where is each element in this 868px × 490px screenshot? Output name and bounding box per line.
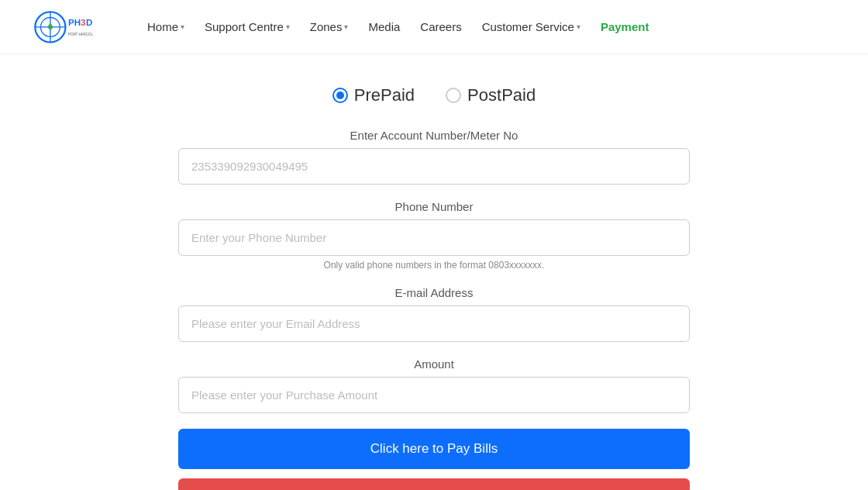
navbar: PH 3 D PORT HARCOURT ELECTRICITY Home ▾ … <box>0 0 868 54</box>
svg-text:PH: PH <box>68 18 81 27</box>
nav-customer-service-label: Customer Service <box>482 20 574 33</box>
token-button[interactable]: Click here if you did not get token afte… <box>178 478 690 490</box>
main-content: PrePaid PostPaid Enter Account Number/Me… <box>163 85 705 490</box>
prepaid-label: PrePaid <box>354 85 415 105</box>
prepaid-radio[interactable] <box>332 88 348 103</box>
nav-customer-service-chevron: ▾ <box>577 22 580 31</box>
nav-support-chevron: ▾ <box>286 22 290 31</box>
pay-button[interactable]: Click here to Pay Bills <box>178 429 690 469</box>
amount-input[interactable] <box>178 377 690 413</box>
prepaid-option[interactable]: PrePaid <box>332 85 415 105</box>
amount-label: Amount <box>178 357 690 371</box>
svg-text:D: D <box>86 18 92 27</box>
postpaid-radio[interactable] <box>446 88 461 103</box>
account-input[interactable] <box>178 148 690 185</box>
payment-type-selector: PrePaid PostPaid <box>178 85 690 105</box>
account-label: Enter Account Number/Meter No <box>178 129 690 142</box>
nav-payment-label: Payment <box>601 20 649 33</box>
nav-support-label: Support Centre <box>205 20 284 33</box>
nav-media-label: Media <box>368 20 400 33</box>
nav-item-customer-service[interactable]: Customer Service ▾ <box>474 16 588 38</box>
email-input[interactable] <box>178 305 690 342</box>
nav-home-label: Home <box>147 20 178 33</box>
nav-home-chevron: ▾ <box>181 22 184 31</box>
logo-area: PH 3 D PORT HARCOURT ELECTRICITY <box>31 5 93 48</box>
nav-zones-label: Zones <box>310 20 343 33</box>
nav-item-home[interactable]: Home ▾ <box>140 16 192 38</box>
svg-text:3: 3 <box>81 18 85 27</box>
phone-number-group: Phone Number Only valid phone numbers in… <box>178 200 690 271</box>
amount-group: Amount <box>178 357 690 413</box>
nav-zones-chevron: ▾ <box>344 22 348 31</box>
nav-item-careers[interactable]: Careers <box>412 16 469 38</box>
nav-links: Home ▾ Support Centre ▾ Zones ▾ Media Ca… <box>140 16 837 38</box>
phone-input[interactable] <box>178 219 690 256</box>
nav-item-media[interactable]: Media <box>360 16 408 38</box>
postpaid-label: PostPaid <box>467 85 536 105</box>
email-label: E-mail Address <box>178 286 690 299</box>
email-group: E-mail Address <box>178 286 690 342</box>
nav-item-zones[interactable]: Zones ▾ <box>302 16 356 38</box>
nav-careers-label: Careers <box>420 20 461 33</box>
svg-text:PORT HARCOURT ELECTRICITY: PORT HARCOURT ELECTRICITY <box>68 33 93 36</box>
nav-item-support[interactable]: Support Centre ▾ <box>197 16 298 38</box>
phone-label: Phone Number <box>178 200 690 213</box>
account-number-group: Enter Account Number/Meter No <box>178 129 690 185</box>
logo-icon: PH 3 D PORT HARCOURT ELECTRICITY <box>31 5 93 48</box>
nav-item-payment[interactable]: Payment <box>593 16 657 38</box>
phone-hint: Only valid phone numbers in the format 0… <box>178 260 690 271</box>
postpaid-option[interactable]: PostPaid <box>446 85 536 105</box>
